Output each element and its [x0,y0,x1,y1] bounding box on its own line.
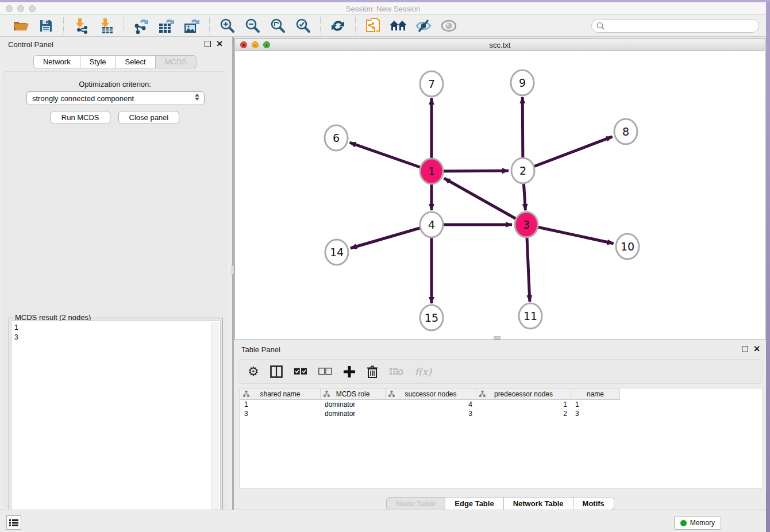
memory-button[interactable]: Memory [674,516,721,530]
svg-text:15: 15 [425,311,438,324]
main-toolbar [0,15,766,37]
mcds-result-groupbox: MCDS result (2 nodes) 1 3 [9,318,223,532]
control-panel-title: Control Panel [8,40,53,49]
svg-text:11: 11 [523,310,537,322]
toolbar-separator [355,17,356,34]
close-table-panel-icon[interactable]: ✕ [753,345,760,353]
graph-node-6: 6 [325,125,348,151]
zoom-out-icon[interactable] [243,17,261,34]
tab-network[interactable]: Network [33,55,80,68]
optimization-criterion-label: Optimization criterion: [4,80,226,88]
graph-node-2: 2 [511,158,534,183]
birdseye-icon[interactable] [440,17,458,34]
search-icon [596,21,605,30]
graph-node-8: 8 [614,119,637,144]
column-header-successor-nodes[interactable]: successor nodes [386,388,476,400]
table-toolbar: ⚙ f(x) [238,359,763,384]
svg-text:14: 14 [330,246,344,259]
result-line: 3 [14,333,220,342]
refresh-layout-icon[interactable] [329,17,347,34]
mcds-panel-body: Optimization criterion: strongly connect… [3,71,226,507]
mcds-result-textarea[interactable]: 1 3 [11,321,221,532]
column-header-shared-name[interactable]: shared name [240,388,321,400]
optimization-criterion-select[interactable]: strongly connected component [26,91,205,105]
table-header-row: shared name MCDS role successor nodes pr… [240,388,763,400]
svg-text:6: 6 [333,132,340,144]
column-layout-icon[interactable] [270,363,283,380]
add-column-icon[interactable] [343,363,356,380]
zoom-selected-icon[interactable] [294,17,312,34]
desktop-background-right [766,2,770,532]
network-window-title: scc.txt [235,41,765,49]
tab-edge-table[interactable]: Edge Table [445,497,503,510]
float-panel-icon[interactable] [205,41,211,47]
column-header-predecessor-nodes[interactable]: predecessor nodes [476,388,571,400]
result-scrollbar[interactable] [211,322,219,532]
table-row[interactable]: 3 dominator 3 2 3 [240,409,763,418]
zoom-fit-icon[interactable] [268,17,287,34]
export-image-icon[interactable] [183,17,201,34]
save-session-icon[interactable] [37,17,55,34]
result-line: 1 [14,323,220,333]
edge-3-1 [444,178,526,225]
export-network-icon[interactable] [132,17,151,34]
svg-text:1: 1 [428,165,435,178]
edge-4-14 [351,225,432,248]
tab-style[interactable]: Style [80,55,116,68]
app-title: Session: New Session [0,5,766,13]
select-all-checkboxes-icon[interactable] [294,363,307,380]
graph-node-11: 11 [519,303,542,329]
network-canvas[interactable]: 7968124314101511 [235,51,765,340]
app-titlebar: Session: New Session [0,2,766,15]
function-builder-icon[interactable]: f(x) [415,363,432,380]
toolbar-separator [209,17,210,34]
deselect-all-checkboxes-icon[interactable] [318,363,332,380]
column-header-mcds-role[interactable]: MCDS role [321,388,386,400]
graph-node-10: 10 [616,234,639,259]
column-header-name[interactable]: name [571,388,620,400]
toolbar-separator [320,17,321,34]
float-table-panel-icon[interactable] [742,346,748,352]
tab-select[interactable]: Select [116,55,156,68]
graph-node-3: 3 [515,212,538,237]
network-view-window: ✕ − + scc.txt 7968124314101511 [234,38,765,340]
settings-gear-icon[interactable]: ⚙ [248,363,259,380]
task-history-button[interactable] [6,515,21,530]
memory-status-icon [680,520,687,526]
hide-graphics-icon[interactable] [414,17,433,34]
hierarchy-icon [388,391,395,397]
tab-network-table[interactable]: Network Table [504,497,573,510]
selected-option: strongly connected component [32,94,134,103]
network-graph[interactable]: 7968124314101511 [235,51,765,340]
run-mcds-button[interactable]: Run MCDS [51,111,110,124]
tab-mcds[interactable]: MCDS [156,55,197,68]
node-table[interactable]: shared name MCDS role successor nodes pr… [240,388,763,488]
network-window-titlebar[interactable]: ✕ − + scc.txt [235,38,765,51]
close-panel-icon[interactable]: ✕ [216,40,223,48]
import-network-icon[interactable] [72,17,90,34]
delete-column-icon[interactable] [367,363,378,380]
graph-node-1: 1 [420,159,443,184]
import-table-icon[interactable] [97,17,116,34]
close-panel-button[interactable]: Close panel [118,111,180,124]
memory-label: Memory [690,519,715,527]
home-icon[interactable] [389,17,407,34]
export-table-icon[interactable] [157,17,176,34]
delete-table-icon[interactable] [389,363,404,380]
table-row[interactable]: 1 dominator 4 1 1 [240,400,763,409]
table-panel-tabs: Node Table Edge Table Network Table Moti… [234,497,766,510]
clone-network-icon[interactable] [364,17,382,34]
svg-text:9: 9 [519,76,526,89]
open-file-icon[interactable] [11,17,30,34]
zoom-in-icon[interactable] [218,17,236,34]
network-resize-handle[interactable] [494,336,500,340]
search-input[interactable] [591,19,759,33]
control-panel: Control Panel ✕ Network Style Select MCD… [0,37,230,510]
tab-motifs[interactable]: Motifs [573,497,614,510]
edge-1-6 [350,142,432,171]
status-bar: Memory [0,510,766,532]
tab-node-table[interactable]: Node Table [386,497,445,510]
svg-text:8: 8 [622,125,629,138]
edge-2-8 [523,137,613,171]
toolbar-separator [124,17,124,34]
